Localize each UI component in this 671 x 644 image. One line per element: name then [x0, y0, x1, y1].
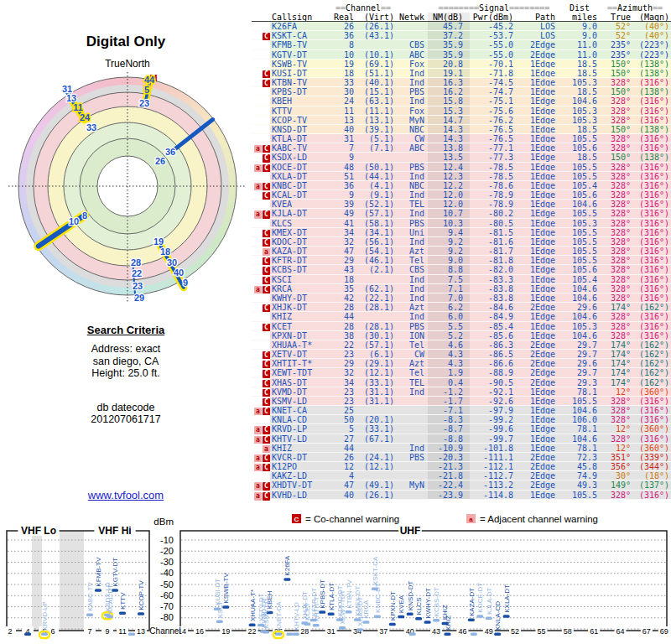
signal-marker-label: KNSD-DT: [407, 580, 414, 610]
station-row-KABC-TV: aCKABC-TV7(7.1)ABC13.8-77.11Edge105.6328…: [252, 143, 671, 153]
station-row-KMEX-DT: CKMEX-DT34(34.1)Uni9.4-81.51Edge105.5328…: [252, 228, 671, 237]
radar-channel-label: 23: [139, 98, 149, 108]
true-azimuth-cell: 328°: [599, 237, 631, 246]
power-cell: -78.5: [470, 172, 520, 180]
search-criteria-heading: Search Criteria: [0, 324, 252, 336]
radar-channel-label: 33: [86, 122, 96, 132]
true-azimuth-cell: 328°: [599, 200, 631, 208]
virtual-channel-cell: (7.1): [354, 143, 394, 152]
virtual-channel-cell: [354, 40, 394, 49]
true-azimuth-cell: 328°: [599, 293, 631, 302]
radar-channel-label: 28: [131, 257, 141, 267]
magnetic-azimuth-cell: (316°): [631, 312, 671, 320]
channel-tick-label: 11: [118, 627, 126, 636]
dbm-axis-label: dBm: [153, 517, 174, 527]
path-cell: 1Edge: [520, 491, 560, 499]
true-azimuth-cell: 328°: [599, 134, 631, 143]
power-cell: -80.2: [470, 209, 520, 217]
virtual-channel-cell: (58.1): [354, 219, 394, 227]
distance-cell: 105.5: [560, 209, 599, 217]
magnetic-azimuth-cell: (316°): [631, 293, 671, 302]
real-channel-cell: 44: [332, 312, 354, 320]
path-cell: 1Edge: [520, 153, 560, 161]
callsign-cell: KNBC-DT: [270, 181, 332, 190]
magnetic-azimuth-cell: (18°): [631, 471, 671, 480]
path-cell: 1Edge: [520, 444, 560, 452]
real-channel-cell: 49: [332, 209, 354, 217]
noise-margin-cell: 19.1: [428, 69, 470, 77]
signal-marker-label: KWHY-DT: [424, 588, 432, 619]
callsign-cell: KFMB-TV: [270, 40, 332, 49]
path-cell: 1Edge: [520, 200, 560, 208]
search-city-line: san diego, CA: [0, 356, 252, 368]
signal-marker-KHTV-LD: [293, 633, 299, 636]
channel-tick-label: 43: [432, 627, 440, 636]
true-azimuth-cell: 328°: [599, 397, 631, 405]
true-north-label: TrueNorth: [105, 58, 150, 70]
virtual-channel-cell: (6.1): [354, 350, 394, 358]
station-row-K12PO: aCK12PO12(12.1)-21.3-112.12Edge45.8356°(…: [252, 462, 671, 471]
real-channel-cell: 47: [332, 480, 354, 489]
callsign-cell: K26FA: [270, 22, 332, 30]
path-cell: 2Edge: [520, 303, 560, 311]
true-azimuth-cell: 174°: [599, 303, 631, 311]
station-row-KBEH: KBEH24(63.1)Ind15.8-75.11Edge104.6328°(3…: [252, 96, 671, 106]
real-channel-cell: 33: [332, 78, 354, 86]
power-cell: -83.3: [470, 275, 520, 283]
distance-cell: 104.6: [560, 200, 599, 208]
distance-cell: 29.7: [560, 350, 599, 358]
signal-marker-KNBC-DT: [374, 615, 381, 618]
magnetic-azimuth-cell: (316°): [631, 219, 671, 227]
magnetic-azimuth-cell: (316°): [631, 143, 671, 152]
network-cell: [394, 153, 428, 161]
dbm-tick-label: -50: [160, 579, 174, 589]
magnetic-azimuth-cell: (162°): [631, 340, 671, 349]
distance-cell: 104.6: [560, 284, 599, 293]
noise-margin-cell: 13.8: [428, 143, 470, 152]
station-row-KOCE-DT: aCKOCE-DT48(50.1)PBS12.4-78.51Edge105.53…: [252, 163, 671, 172]
callsign-cell: KRVD-LP: [270, 424, 332, 433]
virtual-channel-cell: (10.1): [354, 50, 394, 59]
vhf-hi-band-label: VHF Hi: [98, 525, 131, 537]
distance-cell: 78.1: [560, 444, 599, 452]
station-row-KTTV: KTTV11(11.1)Fox15.3-75.61Edge105.3328°(3…: [252, 106, 671, 116]
station-row-KFTR-DT: CKFTR-DT29(46.1)Tel9.0-81.81Edge105.5328…: [252, 256, 671, 265]
callsign-cell: KTTV: [270, 106, 332, 115]
virtual-channel-cell: (56.1): [354, 237, 394, 246]
path-cell: 1Edge: [520, 275, 560, 283]
magnetic-azimuth-cell: (316°): [631, 163, 671, 171]
real-channel-cell: 35: [332, 284, 354, 293]
noise-margin-cell: -23.9: [428, 491, 470, 499]
true-azimuth-cell: 328°: [599, 434, 631, 443]
path-cell: 1Edge: [520, 69, 560, 77]
virtual-channel-cell: (26.1): [354, 491, 394, 499]
true-azimuth-cell: 12°: [599, 424, 631, 433]
true-azimuth-cell: 150°: [599, 125, 631, 133]
signal-marker-XEWT-TDT: [339, 626, 346, 630]
virtual-channel-cell: (15.1): [354, 87, 394, 96]
station-row-KFMB-TV: KFMB-TV8CBS35.9-55.02Edge11.0235°(223°): [252, 40, 671, 49]
noise-margin-cell: 12.2: [428, 181, 470, 190]
network-cell: Tel: [394, 340, 428, 349]
signal-marker-label: KNET-CA: [275, 601, 283, 631]
tvfool-link[interactable]: www.tvfool.com: [0, 489, 252, 501]
radar-channel-label: 24: [80, 112, 91, 122]
noise-margin-cell: -8.3: [428, 415, 470, 423]
power-cell: -86.5: [470, 350, 520, 358]
true-azimuth-cell: 52°: [599, 31, 631, 39]
signal-marker-label: XEWT-TDT: [339, 590, 346, 625]
distance-cell: 18.5: [560, 125, 599, 133]
true-azimuth-cell: 328°: [599, 284, 631, 293]
true-azimuth-cell: 174°: [599, 368, 631, 377]
power-cell: -55.0: [470, 40, 520, 49]
adjacent-channel-warning-icon: a: [254, 492, 262, 501]
magnetic-azimuth-cell: (316°): [631, 275, 671, 283]
signal-marker-KNLA-CD: [494, 633, 501, 636]
distance-cell: 105.5: [560, 247, 599, 255]
path-cell: 1Edge: [520, 78, 560, 86]
signal-marker-KAKZ-LD: [24, 633, 31, 636]
network-cell: PBS: [394, 322, 428, 330]
magnetic-azimuth-cell: (138°): [631, 60, 671, 68]
callsign-cell: KPBS-DT: [270, 87, 332, 96]
noise-margin-cell: 0.4: [428, 378, 470, 387]
